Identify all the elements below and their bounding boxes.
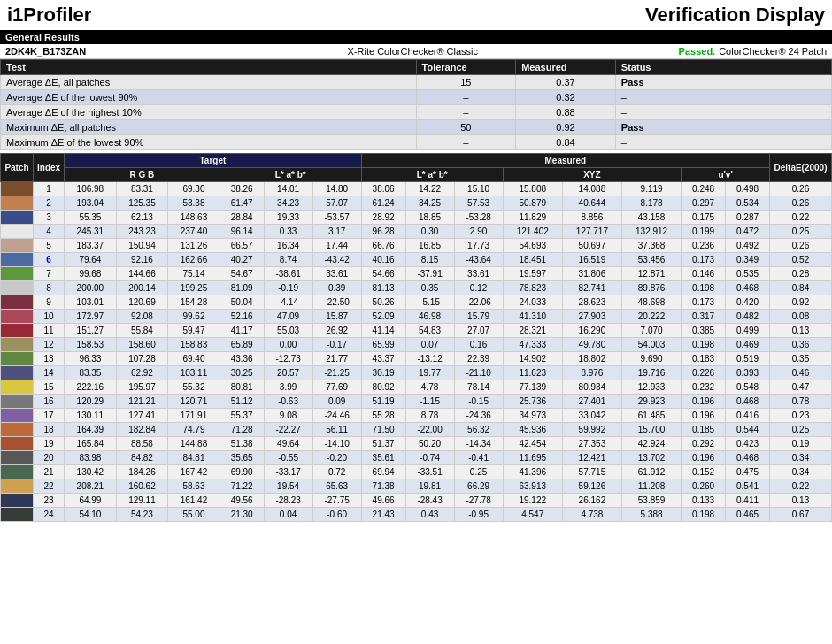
xyz-y: 33.042: [562, 409, 621, 423]
patch-r: 172.97: [65, 310, 117, 324]
target-a: -4.14: [264, 295, 312, 310]
summary-tolerance: 50: [416, 120, 516, 135]
patch-r: 64.99: [65, 494, 117, 508]
target-l: 51.12: [220, 395, 264, 409]
pass-status: Passed. ColorChecker® 24 Patch: [679, 46, 827, 57]
delta-e: 0.25: [770, 423, 832, 437]
xyz-z: 29.923: [622, 395, 682, 409]
target-l: 69.90: [220, 465, 264, 479]
delta-e: 0.19: [770, 437, 832, 451]
delta-e: 0.47: [770, 380, 832, 395]
xyz-x: 78.823: [503, 281, 562, 295]
target-b: -0.20: [312, 451, 361, 465]
delta-e: 0.26: [770, 239, 832, 253]
patch-color-cell: [1, 281, 34, 295]
target-b: -43.42: [312, 253, 361, 267]
meas-l: 51.37: [361, 437, 405, 451]
patch-index: 1: [34, 182, 65, 196]
summary-test: Average ΔE of the lowest 90%: [1, 90, 417, 105]
uv-v: 0.475: [726, 465, 770, 479]
col-test: Test: [1, 60, 417, 75]
meas-a: 54.83: [405, 324, 454, 338]
uv-u: 0.173: [682, 253, 726, 267]
target-b: -24.46: [312, 409, 361, 423]
patch-g: 129.11: [116, 494, 168, 508]
patch-b: 75.14: [168, 267, 220, 281]
meas-b: 17.73: [454, 239, 503, 253]
summary-test: Average ΔE of the highest 10%: [1, 105, 417, 120]
patch-b: 69.40: [168, 352, 220, 366]
summary-status: Pass: [615, 120, 831, 135]
patch-g: 121.21: [116, 395, 168, 409]
col-tolerance: Tolerance: [416, 60, 516, 75]
meas-l: 66.76: [361, 239, 405, 253]
uv-u: 0.232: [682, 380, 726, 395]
target-a: -0.63: [264, 395, 312, 409]
target-l: 49.56: [220, 494, 264, 508]
header-row: i1Profiler Verification Display: [0, 0, 832, 30]
target-b: -21.25: [312, 366, 361, 380]
uv-v: 0.492: [726, 239, 770, 253]
xyz-x: 63.913: [503, 479, 562, 494]
meas-l: 38.06: [361, 182, 405, 196]
patch-color-cell: [1, 295, 34, 310]
target-l: 28.84: [220, 211, 264, 225]
target-l: 50.04: [220, 295, 264, 310]
summary-measured: 0.84: [516, 135, 616, 150]
uv-v: 0.472: [726, 225, 770, 239]
delta-e: 0.22: [770, 479, 832, 494]
patch-b: 237.40: [168, 225, 220, 239]
xyz-z: 37.368: [622, 239, 682, 253]
target-l: 41.17: [220, 324, 264, 338]
patch-g: 243.23: [116, 225, 168, 239]
meas-b: 57.53: [454, 196, 503, 211]
patch-b: 59.47: [168, 324, 220, 338]
xyz-y: 127.717: [562, 225, 621, 239]
uv-v: 0.468: [726, 281, 770, 295]
patch-index: 24: [34, 508, 65, 522]
uv-u: 0.248: [682, 182, 726, 196]
uv-u: 0.226: [682, 366, 726, 380]
delta-e: 0.08: [770, 310, 832, 324]
target-b: 21.77: [312, 352, 361, 366]
meas-l: 80.92: [361, 380, 405, 395]
patch-index: 2: [34, 196, 65, 211]
xyz-z: 53.456: [622, 253, 682, 267]
meas-a: 0.30: [405, 225, 454, 239]
patch-g: 107.28: [116, 352, 168, 366]
patch-r: 83.98: [65, 451, 117, 465]
app-title: i1Profiler: [7, 4, 91, 27]
xyz-y: 27.903: [562, 310, 621, 324]
xyz-z: 12.933: [622, 380, 682, 395]
uv-u: 0.196: [682, 409, 726, 423]
xyz-x: 34.973: [503, 409, 562, 423]
target-a: -38.61: [264, 267, 312, 281]
xyz-x: 25.736: [503, 395, 562, 409]
patch-color-cell: [1, 225, 34, 239]
meas-b: 0.25: [454, 465, 503, 479]
xyz-z: 11.208: [622, 479, 682, 494]
target-b: -0.60: [312, 508, 361, 522]
xyz-z: 13.702: [622, 451, 682, 465]
meas-b: -0.15: [454, 395, 503, 409]
xyz-x: 41.396: [503, 465, 562, 479]
xyz-z: 20.222: [622, 310, 682, 324]
meas-l: 69.94: [361, 465, 405, 479]
patch-g: 125.35: [116, 196, 168, 211]
th-patch: Patch: [1, 154, 34, 182]
patch-g: 92.08: [116, 310, 168, 324]
patch-index: 10: [34, 310, 65, 324]
xyz-y: 14.088: [562, 182, 621, 196]
meas-l: 35.61: [361, 451, 405, 465]
xyz-y: 4.738: [562, 508, 621, 522]
patch-b: 131.26: [168, 239, 220, 253]
summary-tolerance: –: [416, 105, 516, 120]
patch-r: 130.42: [65, 465, 117, 479]
xyz-x: 121.402: [503, 225, 562, 239]
patch-color-cell: [1, 310, 34, 324]
xyz-y: 18.802: [562, 352, 621, 366]
summary-test: Maximum ΔE, all patches: [1, 120, 417, 135]
target-l: 96.14: [220, 225, 264, 239]
meas-l: 50.26: [361, 295, 405, 310]
page-title: Verification Display: [645, 4, 825, 27]
